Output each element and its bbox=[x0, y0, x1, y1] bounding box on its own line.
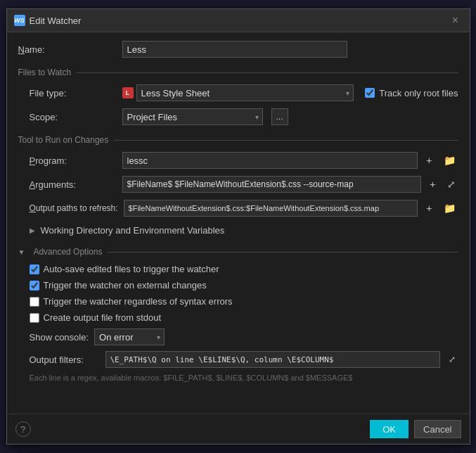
output-filters-label: Output filters: bbox=[30, 355, 100, 365]
advanced-collapse-icon[interactable]: ▼ bbox=[18, 248, 25, 256]
advanced-section-header: ▼ Advanced Options bbox=[18, 247, 458, 257]
arguments-row: Arguments: + ⤢ bbox=[18, 176, 458, 193]
track-root-checkbox[interactable] bbox=[365, 88, 375, 98]
dialog-title: Edit Watcher bbox=[30, 15, 82, 26]
output-paths-row: Output paths to refresh: + 📁 bbox=[18, 200, 458, 217]
file-type-row: File type: L Less Style Sheet ▾ Track on… bbox=[18, 84, 458, 101]
files-section-line bbox=[77, 72, 458, 73]
tool-section-title: Tool to Run on Changes bbox=[18, 135, 109, 145]
show-console-label: Show console: bbox=[30, 332, 89, 343]
output-filters-input[interactable] bbox=[105, 351, 440, 368]
advanced-section-line bbox=[108, 252, 458, 253]
program-label: Program: bbox=[18, 155, 117, 166]
console-select-wrapper: On error Always Never ▾ bbox=[94, 328, 165, 345]
output-paths-input[interactable] bbox=[124, 200, 418, 217]
create-output-label[interactable]: Create output file from stdout bbox=[30, 312, 458, 323]
advanced-options: Auto-save edited files to trigger the wa… bbox=[18, 264, 458, 382]
filetype-icon: L bbox=[122, 87, 134, 98]
trigger-syntax-checkbox[interactable] bbox=[30, 297, 39, 307]
output-add-button[interactable]: + bbox=[423, 201, 435, 215]
files-section-header: Files to Watch bbox=[18, 68, 458, 77]
tool-section-line bbox=[114, 140, 458, 141]
trigger-external-checkbox[interactable] bbox=[30, 281, 39, 291]
name-label: Name: bbox=[18, 44, 117, 55]
app-icon: WS bbox=[14, 15, 25, 26]
ok-button[interactable]: OK bbox=[370, 420, 409, 438]
scope-select[interactable]: Project Files bbox=[122, 108, 263, 125]
help-button[interactable]: ? bbox=[15, 421, 31, 437]
working-dir-row[interactable]: ▶ Working Directory and Environment Vari… bbox=[18, 224, 458, 237]
trigger-external-label[interactable]: Trigger the watcher on external changes bbox=[30, 280, 458, 291]
program-input[interactable] bbox=[122, 152, 418, 169]
arguments-expand-button[interactable]: ⤢ bbox=[444, 177, 458, 191]
bottom-bar: ? OK Cancel bbox=[7, 414, 470, 444]
show-console-row: Show console: On error Always Never ▾ bbox=[30, 328, 458, 345]
filter-expand-button[interactable]: ⤢ bbox=[446, 353, 458, 366]
scope-wrapper: Project Files ▾ bbox=[122, 108, 263, 125]
output-browse-button[interactable]: 📁 bbox=[441, 201, 458, 215]
scope-browse-button[interactable]: ... bbox=[271, 108, 288, 125]
output-filters-row: Output filters: ⤢ bbox=[30, 351, 458, 368]
name-row: Name: bbox=[18, 41, 458, 58]
title-bar-left: WS Edit Watcher bbox=[14, 15, 82, 26]
scope-label: Scope: bbox=[18, 112, 117, 122]
create-output-checkbox[interactable] bbox=[30, 313, 39, 323]
output-paths-label: Output paths to refresh: bbox=[18, 203, 118, 213]
edit-watcher-dialog: WS Edit Watcher × Name: Files to Watch F… bbox=[6, 8, 470, 445]
arguments-label: Arguments: bbox=[18, 179, 117, 190]
file-type-select[interactable]: Less Style Sheet bbox=[136, 84, 354, 101]
advanced-section-title: Advanced Options bbox=[33, 247, 102, 257]
program-add-button[interactable]: + bbox=[423, 153, 435, 167]
working-dir-label: Working Directory and Environment Variab… bbox=[41, 225, 225, 236]
hint-text: Each line is a regex, available macros: … bbox=[30, 374, 458, 382]
program-browse-button[interactable]: 📁 bbox=[441, 153, 458, 167]
track-root-label[interactable]: Track only root files bbox=[365, 88, 458, 98]
autosave-checkbox[interactable] bbox=[30, 264, 39, 274]
title-bar: WS Edit Watcher × bbox=[7, 9, 470, 32]
autosave-label[interactable]: Auto-save edited files to trigger the wa… bbox=[30, 264, 458, 274]
files-section-title: Files to Watch bbox=[18, 68, 72, 77]
file-type-label: File type: bbox=[18, 88, 117, 98]
console-select[interactable]: On error Always Never bbox=[94, 328, 165, 345]
file-type-wrapper: L Less Style Sheet ▾ bbox=[122, 84, 354, 101]
working-dir-triangle: ▶ bbox=[30, 226, 35, 234]
trigger-syntax-label[interactable]: Trigger the watcher regardless of syntax… bbox=[30, 296, 458, 307]
close-button[interactable]: × bbox=[449, 13, 463, 27]
tool-section-header: Tool to Run on Changes bbox=[18, 135, 458, 145]
dialog-content: Name: Files to Watch File type: L Less S… bbox=[7, 32, 470, 414]
arguments-add-button[interactable]: + bbox=[427, 177, 438, 191]
arguments-input[interactable] bbox=[122, 176, 422, 193]
name-input[interactable] bbox=[122, 41, 347, 58]
cancel-button[interactable]: Cancel bbox=[414, 420, 461, 438]
program-row: Program: + 📁 bbox=[18, 152, 458, 169]
scope-row: Scope: Project Files ▾ ... bbox=[18, 108, 458, 125]
